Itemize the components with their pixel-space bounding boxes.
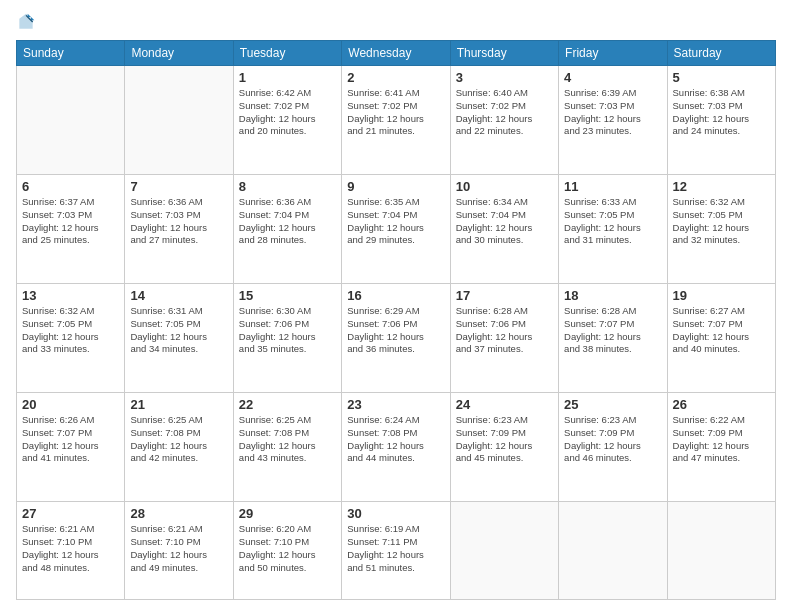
day-number: 22: [239, 397, 336, 412]
calendar-day-cell: 6Sunrise: 6:37 AM Sunset: 7:03 PM Daylig…: [17, 175, 125, 284]
day-number: 21: [130, 397, 227, 412]
day-info: Sunrise: 6:25 AM Sunset: 7:08 PM Dayligh…: [239, 414, 336, 465]
day-info: Sunrise: 6:30 AM Sunset: 7:06 PM Dayligh…: [239, 305, 336, 356]
day-number: 9: [347, 179, 444, 194]
calendar-week-row: 20Sunrise: 6:26 AM Sunset: 7:07 PM Dayli…: [17, 393, 776, 502]
header: [16, 12, 776, 32]
calendar-day-cell: 17Sunrise: 6:28 AM Sunset: 7:06 PM Dayli…: [450, 284, 558, 393]
day-info: Sunrise: 6:36 AM Sunset: 7:03 PM Dayligh…: [130, 196, 227, 247]
day-number: 14: [130, 288, 227, 303]
day-info: Sunrise: 6:32 AM Sunset: 7:05 PM Dayligh…: [673, 196, 770, 247]
day-info: Sunrise: 6:25 AM Sunset: 7:08 PM Dayligh…: [130, 414, 227, 465]
calendar-day-cell: 16Sunrise: 6:29 AM Sunset: 7:06 PM Dayli…: [342, 284, 450, 393]
day-info: Sunrise: 6:38 AM Sunset: 7:03 PM Dayligh…: [673, 87, 770, 138]
day-info: Sunrise: 6:26 AM Sunset: 7:07 PM Dayligh…: [22, 414, 119, 465]
calendar-day-cell: 19Sunrise: 6:27 AM Sunset: 7:07 PM Dayli…: [667, 284, 775, 393]
day-number: 23: [347, 397, 444, 412]
day-number: 12: [673, 179, 770, 194]
day-number: 17: [456, 288, 553, 303]
calendar-day-cell: 2Sunrise: 6:41 AM Sunset: 7:02 PM Daylig…: [342, 66, 450, 175]
calendar-day-header: Sunday: [17, 41, 125, 66]
day-info: Sunrise: 6:19 AM Sunset: 7:11 PM Dayligh…: [347, 523, 444, 574]
calendar-day-cell: 23Sunrise: 6:24 AM Sunset: 7:08 PM Dayli…: [342, 393, 450, 502]
calendar-day-cell: 24Sunrise: 6:23 AM Sunset: 7:09 PM Dayli…: [450, 393, 558, 502]
day-number: 20: [22, 397, 119, 412]
calendar-day-cell: 10Sunrise: 6:34 AM Sunset: 7:04 PM Dayli…: [450, 175, 558, 284]
day-info: Sunrise: 6:39 AM Sunset: 7:03 PM Dayligh…: [564, 87, 661, 138]
day-info: Sunrise: 6:34 AM Sunset: 7:04 PM Dayligh…: [456, 196, 553, 247]
calendar-day-cell: 1Sunrise: 6:42 AM Sunset: 7:02 PM Daylig…: [233, 66, 341, 175]
day-number: 8: [239, 179, 336, 194]
calendar-day-cell: 7Sunrise: 6:36 AM Sunset: 7:03 PM Daylig…: [125, 175, 233, 284]
logo: [16, 12, 40, 32]
day-number: 24: [456, 397, 553, 412]
day-number: 26: [673, 397, 770, 412]
day-info: Sunrise: 6:29 AM Sunset: 7:06 PM Dayligh…: [347, 305, 444, 356]
day-info: Sunrise: 6:37 AM Sunset: 7:03 PM Dayligh…: [22, 196, 119, 247]
calendar-day-cell: 14Sunrise: 6:31 AM Sunset: 7:05 PM Dayli…: [125, 284, 233, 393]
day-number: 15: [239, 288, 336, 303]
calendar-day-header: Wednesday: [342, 41, 450, 66]
day-info: Sunrise: 6:32 AM Sunset: 7:05 PM Dayligh…: [22, 305, 119, 356]
day-number: 27: [22, 506, 119, 521]
calendar-day-cell: [17, 66, 125, 175]
calendar-week-row: 1Sunrise: 6:42 AM Sunset: 7:02 PM Daylig…: [17, 66, 776, 175]
day-info: Sunrise: 6:33 AM Sunset: 7:05 PM Dayligh…: [564, 196, 661, 247]
calendar-day-header: Friday: [559, 41, 667, 66]
logo-icon: [16, 12, 36, 32]
calendar-week-row: 13Sunrise: 6:32 AM Sunset: 7:05 PM Dayli…: [17, 284, 776, 393]
calendar-day-header: Thursday: [450, 41, 558, 66]
day-info: Sunrise: 6:20 AM Sunset: 7:10 PM Dayligh…: [239, 523, 336, 574]
calendar-day-cell: 9Sunrise: 6:35 AM Sunset: 7:04 PM Daylig…: [342, 175, 450, 284]
calendar-day-header: Tuesday: [233, 41, 341, 66]
day-info: Sunrise: 6:22 AM Sunset: 7:09 PM Dayligh…: [673, 414, 770, 465]
calendar-day-cell: 8Sunrise: 6:36 AM Sunset: 7:04 PM Daylig…: [233, 175, 341, 284]
day-info: Sunrise: 6:27 AM Sunset: 7:07 PM Dayligh…: [673, 305, 770, 356]
calendar-week-row: 6Sunrise: 6:37 AM Sunset: 7:03 PM Daylig…: [17, 175, 776, 284]
calendar-day-cell: 20Sunrise: 6:26 AM Sunset: 7:07 PM Dayli…: [17, 393, 125, 502]
calendar-day-header: Monday: [125, 41, 233, 66]
day-number: 29: [239, 506, 336, 521]
day-info: Sunrise: 6:21 AM Sunset: 7:10 PM Dayligh…: [22, 523, 119, 574]
calendar-header-row: SundayMondayTuesdayWednesdayThursdayFrid…: [17, 41, 776, 66]
calendar-day-header: Saturday: [667, 41, 775, 66]
calendar-day-cell: 22Sunrise: 6:25 AM Sunset: 7:08 PM Dayli…: [233, 393, 341, 502]
calendar-day-cell: 18Sunrise: 6:28 AM Sunset: 7:07 PM Dayli…: [559, 284, 667, 393]
day-number: 6: [22, 179, 119, 194]
day-info: Sunrise: 6:24 AM Sunset: 7:08 PM Dayligh…: [347, 414, 444, 465]
calendar-day-cell: 21Sunrise: 6:25 AM Sunset: 7:08 PM Dayli…: [125, 393, 233, 502]
calendar-table: SundayMondayTuesdayWednesdayThursdayFrid…: [16, 40, 776, 600]
day-info: Sunrise: 6:42 AM Sunset: 7:02 PM Dayligh…: [239, 87, 336, 138]
day-number: 7: [130, 179, 227, 194]
calendar-day-cell: 5Sunrise: 6:38 AM Sunset: 7:03 PM Daylig…: [667, 66, 775, 175]
calendar-day-cell: 11Sunrise: 6:33 AM Sunset: 7:05 PM Dayli…: [559, 175, 667, 284]
day-info: Sunrise: 6:28 AM Sunset: 7:06 PM Dayligh…: [456, 305, 553, 356]
calendar-week-row: 27Sunrise: 6:21 AM Sunset: 7:10 PM Dayli…: [17, 502, 776, 600]
calendar-day-cell: [559, 502, 667, 600]
day-info: Sunrise: 6:31 AM Sunset: 7:05 PM Dayligh…: [130, 305, 227, 356]
calendar-day-cell: [125, 66, 233, 175]
day-info: Sunrise: 6:41 AM Sunset: 7:02 PM Dayligh…: [347, 87, 444, 138]
calendar-day-cell: 12Sunrise: 6:32 AM Sunset: 7:05 PM Dayli…: [667, 175, 775, 284]
calendar-day-cell: 25Sunrise: 6:23 AM Sunset: 7:09 PM Dayli…: [559, 393, 667, 502]
calendar-day-cell: 3Sunrise: 6:40 AM Sunset: 7:02 PM Daylig…: [450, 66, 558, 175]
calendar-day-cell: 26Sunrise: 6:22 AM Sunset: 7:09 PM Dayli…: [667, 393, 775, 502]
calendar-day-cell: 15Sunrise: 6:30 AM Sunset: 7:06 PM Dayli…: [233, 284, 341, 393]
calendar-day-cell: 13Sunrise: 6:32 AM Sunset: 7:05 PM Dayli…: [17, 284, 125, 393]
calendar-day-cell: [450, 502, 558, 600]
day-info: Sunrise: 6:40 AM Sunset: 7:02 PM Dayligh…: [456, 87, 553, 138]
day-number: 30: [347, 506, 444, 521]
day-number: 25: [564, 397, 661, 412]
day-number: 10: [456, 179, 553, 194]
day-number: 3: [456, 70, 553, 85]
day-number: 4: [564, 70, 661, 85]
day-number: 13: [22, 288, 119, 303]
calendar-day-cell: 28Sunrise: 6:21 AM Sunset: 7:10 PM Dayli…: [125, 502, 233, 600]
day-number: 1: [239, 70, 336, 85]
calendar-day-cell: 29Sunrise: 6:20 AM Sunset: 7:10 PM Dayli…: [233, 502, 341, 600]
calendar-day-cell: [667, 502, 775, 600]
day-number: 5: [673, 70, 770, 85]
day-number: 18: [564, 288, 661, 303]
day-info: Sunrise: 6:36 AM Sunset: 7:04 PM Dayligh…: [239, 196, 336, 247]
day-number: 28: [130, 506, 227, 521]
